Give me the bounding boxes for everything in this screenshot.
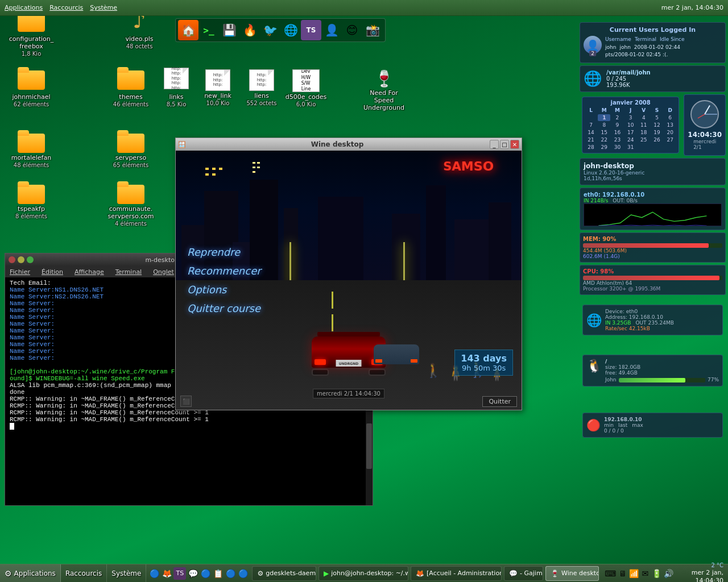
- screenshot-launch-icon[interactable]: 📸: [362, 20, 383, 40]
- firefox-launch-icon[interactable]: 🔥: [239, 20, 260, 40]
- task-gdesklets[interactable]: ⚙ gdesklets-daemon: [252, 566, 316, 581]
- icon-johnmichael[interactable]: johnmichael62 éléments: [6, 63, 57, 110]
- net-out: OUT 235.24MB: [635, 320, 673, 326]
- top-menu-systeme[interactable]: Système: [90, 4, 117, 11]
- net-rate: Rate/sec 42.15kB: [605, 326, 719, 331]
- terminal-launch-icon[interactable]: >_: [198, 20, 219, 40]
- wine-window: 🪟 Wine desktop _ □ ✕: [175, 138, 522, 410]
- user1-pts: pts/2008-01-02 02:45 :(.: [605, 52, 668, 57]
- task-browser[interactable]: 🦊 [Accueil - Administration - ...: [411, 566, 502, 581]
- game-pedestrian-3: 🚶: [425, 363, 442, 379]
- tray-icon-1[interactable]: 🔵: [148, 568, 160, 579]
- game-scene: SAMSO UNDRGND: [176, 151, 522, 410]
- calendar-clock-area: janvier 2008 L M M J V S D 1 2 3 4 5 6 7…: [580, 94, 726, 156]
- tray-icon-4[interactable]: 🔵: [200, 568, 211, 579]
- thunderbird-launch-icon[interactable]: 🐦: [260, 20, 280, 40]
- quick-launch-bar: 🏠 >_ 💾 🔥 🐦 🌐 TS 👤 😊 📸: [175, 18, 386, 42]
- cpu-processor: AMD Athlon(tm) 64: [583, 280, 722, 286]
- temperature: 2 °C: [678, 562, 723, 569]
- game-quit-button[interactable]: Quitter: [482, 396, 517, 407]
- terminal-header: Terminal: [635, 36, 656, 44]
- icon-servperso[interactable]: servperso65 éléments: [105, 128, 156, 171]
- icon-tspeakfp[interactable]: tspeakfp8 éléments: [6, 179, 57, 222]
- wine-close-btn[interactable]: ✕: [510, 140, 519, 149]
- disk-percent: 77%: [708, 377, 719, 383]
- wine-window-title: Wine desktop: [186, 140, 489, 148]
- tray-icon-5[interactable]: 📋: [212, 568, 224, 579]
- tray-wifi[interactable]: 📶: [629, 568, 639, 579]
- terminal-menu-affichage[interactable]: Affichage: [72, 268, 106, 276]
- icon-themes[interactable]: themes46 éléments: [105, 63, 156, 110]
- ping-values: 0 / 0 / 0: [604, 428, 719, 434]
- wine-game-content[interactable]: SAMSO UNDRGND: [176, 151, 522, 410]
- systeme-btn[interactable]: Système: [107, 564, 146, 582]
- terminal-minimize-btn[interactable]: [18, 256, 24, 263]
- terminal-menu-fichier[interactable]: Fichier: [7, 268, 32, 276]
- penguin-icon: 🐧: [586, 359, 602, 383]
- emoji-launch-icon[interactable]: 😊: [342, 20, 362, 40]
- game-bottom-icon: ⬛: [180, 396, 192, 407]
- top-menu-raccourcis[interactable]: Raccourcis: [49, 4, 83, 11]
- task-wine[interactable]: 🍷 Wine desktop: [545, 566, 599, 581]
- cpu-speed: Processor 3200+ @ 1995.36M: [583, 286, 722, 292]
- icon-nfs-underground[interactable]: 🍷 Need For SpeedUnderground: [361, 67, 407, 114]
- network-stats-widget: 🌐 Device: eth0 Address: 192.168.0.10 IN …: [580, 302, 725, 338]
- disk-mount: /: [605, 359, 719, 364]
- icon-links[interactable]: http:http:http:http:http: links8,5 Kio: [154, 63, 199, 110]
- ts-launch-icon[interactable]: TS: [301, 20, 321, 40]
- tray-icon-6[interactable]: 🔵: [225, 568, 236, 579]
- net-device: Device: eth0: [605, 309, 719, 314]
- user-launch-icon[interactable]: 👤: [321, 20, 342, 40]
- terminal-menu-edition[interactable]: Édition: [39, 268, 65, 276]
- game-menu-reprendre[interactable]: Reprendre: [187, 246, 261, 258]
- calendar-month: janvier 2008: [585, 99, 676, 106]
- tray-icon-chat[interactable]: 💬: [187, 568, 198, 579]
- game-menu-quitter-course[interactable]: Quitter course: [187, 302, 261, 314]
- terminal-menu-onglet[interactable]: Onglet: [151, 268, 176, 276]
- applications-menu-btn[interactable]: ⚙ Applications: [0, 564, 61, 582]
- idle-header: Idle Since: [660, 36, 685, 44]
- ping-widget: 🔴 192.168.0.10 min last max 0 / 0 / 0: [580, 410, 725, 440]
- home-launch-icon[interactable]: 🏠: [178, 20, 198, 40]
- disk-user: John: [605, 377, 617, 383]
- clock-date: mercredi2/1: [693, 139, 716, 150]
- task-terminal[interactable]: ▶ john@john-desktop: ~/.win...: [318, 566, 408, 581]
- icon-liens[interactable]: http:http:http: liens552 octets: [239, 67, 284, 109]
- tray-sound[interactable]: 🔊: [664, 568, 673, 579]
- cpu-progress: [583, 276, 722, 280]
- terminal-menu-terminal[interactable]: Terminal: [113, 268, 144, 276]
- top-menu-applications[interactable]: Applications: [5, 4, 43, 11]
- tray-mail[interactable]: ✉: [641, 568, 650, 579]
- tray-icon-ts[interactable]: TS: [173, 567, 186, 580]
- clock-display: mer 2 jan, 14:04:30: [661, 4, 723, 11]
- tray-keyboard[interactable]: ⌨: [605, 568, 616, 579]
- game-menu-recommencer[interactable]: Recommencer: [187, 265, 261, 277]
- task-gajim[interactable]: 💬 - Gajim]: [504, 566, 543, 581]
- disk-progress: [619, 378, 705, 383]
- system-hostname-box: john-desktop Linux 2.6.20-16-generic 1d,…: [580, 158, 726, 185]
- icon-d500e-codes[interactable]: DevH/WS/WLine d500e_codes6,0 Kio: [283, 67, 329, 110]
- tray-power[interactable]: 🔋: [652, 568, 661, 579]
- wine-minimize-btn[interactable]: _: [490, 140, 499, 149]
- browser2-launch-icon[interactable]: 🌐: [280, 20, 301, 40]
- wine-maximize-btn[interactable]: □: [500, 140, 509, 149]
- raccourcis-btn[interactable]: Raccourcis: [61, 564, 107, 582]
- icon-new-link[interactable]: http:http:http: new_link10,0 Kio: [195, 67, 241, 109]
- disk-free: free: 49.4GB: [605, 370, 719, 376]
- top-panel: Applications Raccourcis Système mer 2 ja…: [0, 0, 728, 16]
- uptime: 1d,11h,6m,56s: [584, 176, 722, 181]
- cpu-label: CPU: 98%: [583, 268, 614, 275]
- mail-size: 193.96K: [606, 82, 651, 88]
- tray-icon-7[interactable]: 🔵: [237, 568, 249, 579]
- game-menu[interactable]: Reprendre Recommencer Options Quitter co…: [187, 239, 261, 321]
- wine-titlebar: 🪟 Wine desktop _ □ ✕: [176, 138, 522, 151]
- tray-display[interactable]: 🖥: [618, 568, 627, 579]
- terminal-maximize-btn[interactable]: [27, 256, 34, 263]
- mail-box: 🌐 /var/mail/john 0 / 245 193.96K: [580, 65, 726, 92]
- terminal-close-btn[interactable]: [9, 256, 15, 263]
- game-menu-options[interactable]: Options: [187, 284, 261, 296]
- tray-icon-firefox[interactable]: 🦊: [161, 568, 172, 579]
- icon-mortalelefan[interactable]: mortalelefan48 éléments: [6, 128, 57, 171]
- icon-communaute[interactable]: communaute.servperso.com4 éléments: [105, 179, 156, 230]
- files-launch-icon[interactable]: 💾: [219, 20, 239, 40]
